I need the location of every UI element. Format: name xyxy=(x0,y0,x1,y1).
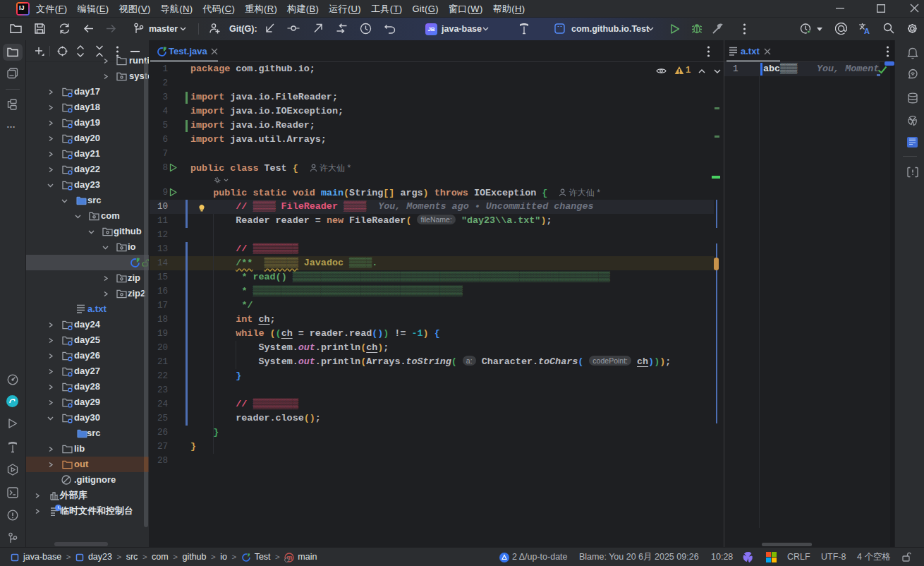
svg-text:A: A xyxy=(864,27,870,35)
